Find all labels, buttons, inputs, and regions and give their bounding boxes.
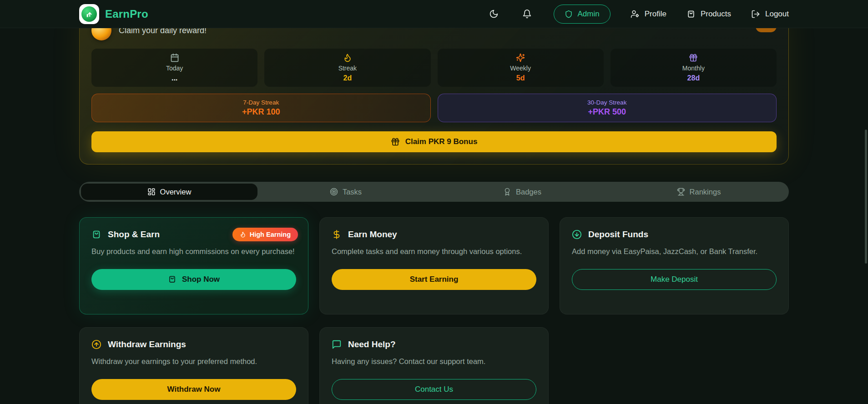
user-gear-icon [631,10,640,19]
trophy-icon [677,188,685,196]
card-description: Buy products and earn high commissions o… [91,246,296,257]
message-square-icon [332,339,342,349]
start-earning-label: Start Earning [410,275,459,284]
empty-grid-cell [560,327,789,404]
award-icon [503,188,511,196]
target-icon [330,188,338,196]
moon-icon [489,9,499,19]
stat-label: Streak [338,65,357,72]
tab-bar: Overview Tasks Badges Rankings [79,182,789,202]
tab-label: Rankings [690,188,721,196]
nav-item-logout[interactable]: Logout [751,10,789,19]
shield-icon [565,10,573,18]
dashboard-grid-icon [147,188,156,196]
bonus-card-30day: 30-Day Streak +PKR 500 [438,94,777,122]
stat-card-today: Today ... [91,49,257,87]
action-cards-grid: High Earning Shop & Earn Buy products an… [79,217,789,404]
badge-label: High Earning [250,231,291,238]
make-deposit-label: Make Deposit [651,275,698,284]
logout-icon [751,10,760,19]
card-description: Complete tasks and earn money through va… [332,246,536,257]
sparkles-icon [516,53,525,62]
card-need-help: Need Help? Having any issues? Contact ou… [319,327,549,404]
notifications-button[interactable] [520,7,534,20]
card-description: Having any issues? Contact our support t… [332,356,536,367]
card-title: Shop & Earn [108,229,160,239]
stat-label: Today [166,65,183,72]
stat-card-weekly: Weekly 5d [438,49,604,87]
contact-us-button[interactable]: Contact Us [332,379,536,400]
card-description: Add money via EasyPaisa, JazzCash, or Ba… [572,246,777,257]
tab-overview[interactable]: Overview [81,184,257,200]
bonus-card-7day: 7-Day Streak +PKR 100 [91,94,431,122]
tab-label: Overview [160,188,192,196]
streak-bonuses: 7-Day Streak +PKR 100 30-Day Streak +PKR… [91,94,777,122]
flame-icon [343,53,352,62]
bonus-label: 30-Day Streak [587,99,626,106]
card-title: Deposit Funds [588,229,648,239]
stat-label: Monthly [682,65,705,72]
shop-now-label: Shop Now [182,275,220,284]
stat-label: Weekly [510,65,531,72]
circle-arrow-up-icon [91,339,101,349]
shopping-bag-icon [168,275,177,284]
start-earning-button[interactable]: Start Earning [332,269,536,290]
card-title: Earn Money [348,229,397,239]
logout-label: Logout [765,10,789,19]
claim-bonus-label: Claim PKR 9 Bonus [405,137,478,146]
withdraw-now-label: Withdraw Now [167,385,221,394]
daily-reward-section: Claim your daily reward! Today ... Strea… [79,8,789,165]
brand-name: EarnPro [105,8,148,20]
reward-stats: Today ... Streak 2d Weekly 5d [91,49,777,87]
theme-toggle-button[interactable] [487,7,500,20]
card-withdraw-earnings: Withdraw Earnings Withdraw your earnings… [79,327,308,404]
withdraw-now-button[interactable]: Withdraw Now [91,379,296,400]
circle-arrow-down-icon [572,229,582,239]
card-title: Withdraw Earnings [108,339,186,349]
stat-card-streak: Streak 2d [264,49,430,87]
gift-icon [391,137,400,146]
shop-now-button[interactable]: Shop Now [91,269,296,290]
high-earning-badge: High Earning [232,228,298,241]
bonus-value: +PKR 100 [242,107,280,117]
admin-button[interactable]: Admin [554,5,611,24]
bonus-label: 7-Day Streak [243,99,279,106]
dollar-icon [332,229,342,239]
nav-item-profile[interactable]: Profile [631,10,666,19]
stat-value: 2d [343,74,352,82]
tab-badges[interactable]: Badges [434,184,611,200]
contact-us-label: Contact Us [415,385,453,394]
claim-bonus-button[interactable]: Claim PKR 9 Bonus [91,131,777,152]
top-navbar: EarnPro Admin [0,0,868,28]
gift-icon [689,53,698,62]
nav-item-products[interactable]: Products [686,10,731,19]
stat-value: 28d [687,74,700,82]
scrollbar-thumb[interactable] [865,130,867,264]
shopping-bag-icon [91,229,101,239]
brand-logo[interactable]: EarnPro [79,4,148,24]
make-deposit-button[interactable]: Make Deposit [572,269,777,290]
stat-value: 5d [516,74,525,82]
card-deposit-funds: Deposit Funds Add money via EasyPaisa, J… [560,217,789,314]
stat-card-monthly: Monthly 28d [611,49,777,87]
shopping-bag-icon [686,10,696,19]
calendar-icon [170,53,179,62]
tab-tasks[interactable]: Tasks [257,184,434,200]
card-shop-earn: High Earning Shop & Earn Buy products an… [79,217,308,314]
profile-label: Profile [645,10,666,19]
card-title: Need Help? [348,339,396,349]
tab-label: Tasks [343,188,362,196]
earnpro-logo-icon [79,4,99,24]
admin-label: Admin [578,10,600,19]
main-content: Claim your daily reward! Today ... Strea… [0,8,868,404]
bell-icon [522,9,532,19]
bonus-value: +PKR 500 [588,107,626,117]
card-earn-money: Earn Money Complete tasks and earn money… [319,217,549,314]
products-label: Products [701,10,731,19]
stat-value: ... [172,74,177,82]
flame-icon [240,231,246,238]
tab-rankings[interactable]: Rankings [611,184,787,200]
tab-label: Badges [516,188,541,196]
card-description: Withdraw your earnings to your preferred… [91,356,296,367]
